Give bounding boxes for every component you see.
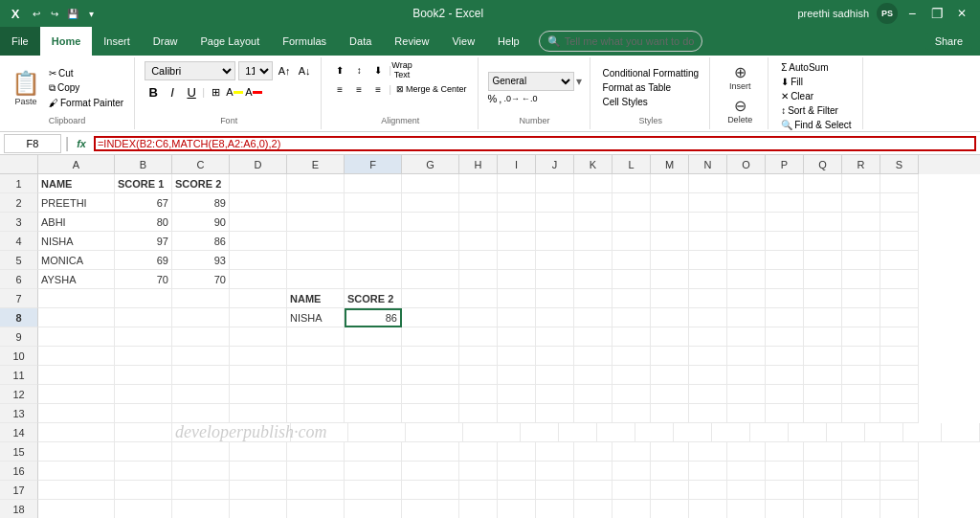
cell-A11[interactable] xyxy=(38,366,115,385)
cell-H3[interactable] xyxy=(459,213,498,232)
cell-I16[interactable] xyxy=(498,462,536,481)
tab-data[interactable]: Data xyxy=(338,27,383,56)
cell-H5[interactable] xyxy=(459,251,498,270)
cell-G4[interactable] xyxy=(402,232,459,251)
cell-N13[interactable] xyxy=(689,404,727,423)
row-number[interactable]: 14 xyxy=(0,423,38,442)
tab-review[interactable]: Review xyxy=(383,27,440,56)
decrease-decimal-btn[interactable]: ←.0 xyxy=(522,94,538,103)
cell-B16[interactable] xyxy=(115,462,172,481)
cell-R16[interactable] xyxy=(842,462,880,481)
cell-G7[interactable] xyxy=(402,289,459,308)
cell-B13[interactable] xyxy=(115,404,172,423)
cell-S13[interactable] xyxy=(880,404,919,423)
cell-F1[interactable] xyxy=(345,174,402,193)
cell-F2[interactable] xyxy=(345,193,402,213)
cell-B8[interactable] xyxy=(115,308,172,327)
cell-L7[interactable] xyxy=(612,289,651,308)
redo-btn[interactable]: ↪ xyxy=(47,6,62,21)
cell-N3[interactable] xyxy=(689,213,727,232)
cell-K14[interactable] xyxy=(635,423,674,442)
cell-S9[interactable] xyxy=(880,327,919,347)
cell-P18[interactable] xyxy=(766,500,804,518)
tab-page-layout[interactable]: Page Layout xyxy=(189,27,271,56)
cell-B10[interactable] xyxy=(115,347,172,366)
cell-P17[interactable] xyxy=(766,481,804,500)
col-header-N[interactable]: N xyxy=(689,155,727,174)
cell-R17[interactable] xyxy=(842,481,880,500)
cell-B18[interactable] xyxy=(115,500,172,518)
font-name-select[interactable]: Calibri xyxy=(145,61,235,80)
cell-K4[interactable] xyxy=(574,232,612,251)
cell-K3[interactable] xyxy=(574,213,612,232)
cell-L14[interactable] xyxy=(674,423,712,442)
cell-M14[interactable] xyxy=(712,423,750,442)
cell-I12[interactable] xyxy=(498,385,536,404)
cell-J11[interactable] xyxy=(536,366,574,385)
cell-S3[interactable] xyxy=(880,213,919,232)
cell-M10[interactable] xyxy=(651,347,689,366)
cell-E11[interactable] xyxy=(287,366,345,385)
cell-M17[interactable] xyxy=(651,481,689,500)
cell-R18[interactable] xyxy=(842,500,880,518)
cell-J4[interactable] xyxy=(536,232,574,251)
cell-M1[interactable] xyxy=(651,174,689,193)
cell-J9[interactable] xyxy=(536,327,574,347)
cell-J6[interactable] xyxy=(536,270,574,289)
cell-R15[interactable] xyxy=(842,442,880,462)
cell-G18[interactable] xyxy=(402,500,459,518)
col-header-O[interactable]: O xyxy=(727,155,766,174)
cell-N8[interactable] xyxy=(689,308,727,327)
cell-C6[interactable]: 70 xyxy=(172,270,230,289)
cell-K1[interactable] xyxy=(574,174,612,193)
cell-S17[interactable] xyxy=(880,481,919,500)
cell-L6[interactable] xyxy=(612,270,651,289)
cell-F15[interactable] xyxy=(345,442,402,462)
bold-btn[interactable]: B xyxy=(145,83,162,101)
cell-D1[interactable] xyxy=(230,174,287,193)
wrap-text-btn[interactable]: Wrap Text xyxy=(393,61,411,79)
cell-R4[interactable] xyxy=(842,232,880,251)
row-number[interactable]: 16 xyxy=(0,462,38,481)
cell-P10[interactable] xyxy=(766,347,804,366)
cell-D14[interactable] xyxy=(291,423,348,442)
cell-D3[interactable] xyxy=(230,213,287,232)
cell-O8[interactable] xyxy=(727,308,766,327)
cell-L16[interactable] xyxy=(612,462,651,481)
cell-N4[interactable] xyxy=(689,232,727,251)
cell-A4[interactable]: NISHA xyxy=(38,232,115,251)
cell-H14[interactable] xyxy=(521,423,559,442)
tab-draw[interactable]: Draw xyxy=(142,27,189,56)
cell-G5[interactable] xyxy=(402,251,459,270)
cell-D18[interactable] xyxy=(230,500,287,518)
cell-E16[interactable] xyxy=(287,462,345,481)
cell-R9[interactable] xyxy=(842,327,880,347)
percent-btn[interactable]: % xyxy=(488,93,498,104)
cell-I5[interactable] xyxy=(498,251,536,270)
cell-N16[interactable] xyxy=(689,462,727,481)
cell-Q5[interactable] xyxy=(804,251,842,270)
tab-home[interactable]: Home xyxy=(40,27,93,56)
col-header-A[interactable]: A xyxy=(38,155,115,174)
cell-A9[interactable] xyxy=(38,327,115,347)
col-header-R[interactable]: R xyxy=(842,155,880,174)
cell-L17[interactable] xyxy=(612,481,651,500)
cell-S1[interactable] xyxy=(880,174,919,193)
font-size-select[interactable]: 11 xyxy=(238,61,273,80)
cell-J12[interactable] xyxy=(536,385,574,404)
paste-button[interactable]: 📋 Paste xyxy=(8,68,44,108)
cell-O2[interactable] xyxy=(727,193,766,213)
col-header-S[interactable]: S xyxy=(880,155,919,174)
cell-G14[interactable] xyxy=(463,423,521,442)
cell-I3[interactable] xyxy=(498,213,536,232)
cell-A6[interactable]: AYSHA xyxy=(38,270,115,289)
align-top-btn[interactable]: ⬆ xyxy=(331,61,348,79)
cell-B7[interactable] xyxy=(115,289,172,308)
cell-S4[interactable] xyxy=(880,232,919,251)
cell-F14[interactable] xyxy=(406,423,463,442)
cell-F16[interactable] xyxy=(345,462,402,481)
cell-Q10[interactable] xyxy=(804,347,842,366)
cell-O7[interactable] xyxy=(727,289,766,308)
cell-H1[interactable] xyxy=(459,174,498,193)
cell-G2[interactable] xyxy=(402,193,459,213)
